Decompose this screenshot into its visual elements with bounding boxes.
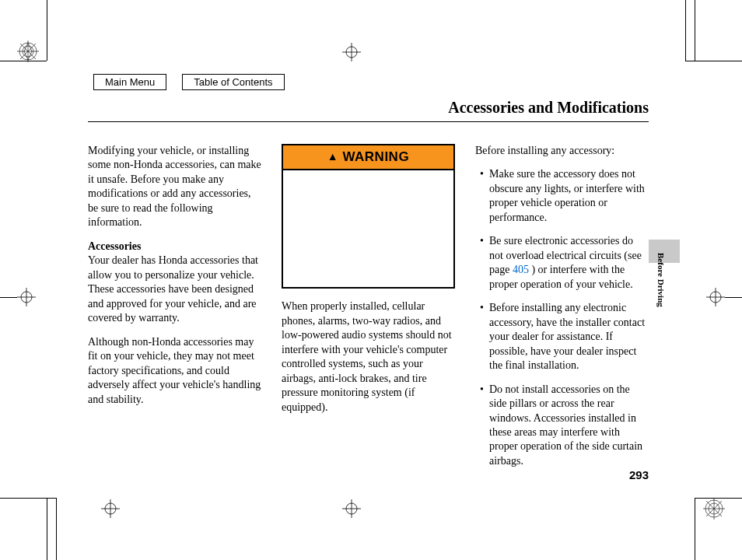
toc-button[interactable]: Table of Contents [182,74,284,90]
crosshair-icon [17,288,36,306]
page-number: 293 [629,468,649,481]
warning-box: ▲ WARNING [282,144,455,289]
body-text: When properly installed, cellular phones… [282,299,455,415]
column-3: Before installing any accessory: Make su… [475,144,649,478]
section-tab-label: Before Driving [656,253,666,307]
body-text: Accessories Your dealer has Honda access… [88,240,261,326]
crosshair-icon [342,43,361,61]
title-rule [88,121,649,122]
list-item: Be sure electronic accessories do not ov… [480,234,649,292]
crosshair-icon [706,288,725,306]
registration-mark-icon [703,498,725,520]
page-reference-link[interactable]: 405 [513,264,529,275]
crosshair-icon [342,499,361,518]
warning-header: ▲ WARNING [283,145,453,170]
warning-triangle-icon: ▲ [327,150,338,163]
list-item: Make sure the accessory does not obscure… [480,167,649,225]
column-1: Modifying your vehicle, or installing so… [88,144,261,478]
list-item: Before installing any electronic accesso… [480,301,649,373]
registration-mark-icon [17,40,39,62]
body-text: Although non-Honda accessories may fit o… [88,335,261,407]
page-title: Accessories and Modifications [448,99,649,117]
body-text: Your dealer has Honda accessories that a… [88,254,258,324]
warning-body [283,170,453,287]
crosshair-icon [101,499,120,518]
body-text: Before installing any accessory: [475,144,649,158]
body-text: Modifying your vehicle, or installing so… [88,144,261,230]
list-item: Do not install accessories on the side p… [480,383,649,469]
warning-label: WARNING [342,149,409,164]
subheading-accessories: Accessories [88,240,141,252]
column-2: ▲ WARNING When properly installed, cellu… [282,144,455,478]
main-menu-button[interactable]: Main Menu [93,74,166,90]
